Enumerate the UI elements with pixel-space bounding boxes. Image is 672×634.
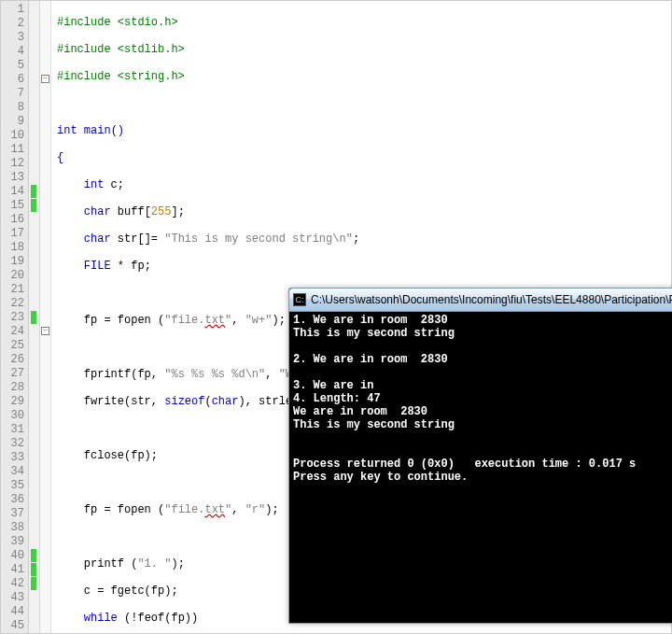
- line-number: 36: [1, 493, 24, 507]
- console-line: [293, 431, 672, 444]
- line-number: 45: [1, 619, 24, 633]
- line-number: 7: [1, 87, 24, 101]
- line-number: 16: [1, 213, 24, 227]
- line-number: 34: [1, 465, 24, 479]
- line-number: 19: [1, 255, 24, 269]
- line-number: 6: [1, 73, 24, 87]
- line-number: 22: [1, 297, 24, 311]
- fold-toggle[interactable]: −: [41, 327, 49, 335]
- line-number: 32: [1, 437, 24, 451]
- line-number: 18: [1, 241, 24, 255]
- line-number: 10: [1, 129, 24, 143]
- line-number: 30: [1, 409, 24, 423]
- line-number: 38: [1, 521, 24, 535]
- change-marker: [31, 563, 36, 576]
- line-number: 2: [1, 17, 24, 31]
- line-number: 44: [1, 605, 24, 619]
- line-number: 21: [1, 283, 24, 297]
- line-number: 8: [1, 101, 24, 115]
- line-number: 15: [1, 199, 24, 213]
- line-number: 4: [1, 45, 24, 59]
- fold-toggle[interactable]: −: [41, 75, 49, 83]
- line-number: 27: [1, 367, 24, 381]
- line-number: 1: [1, 3, 24, 17]
- line-number: 9: [1, 115, 24, 129]
- console-title: C:\Users\watsonh\Documents\Incoming\fiu\…: [311, 293, 672, 306]
- line-number: 3: [1, 31, 24, 45]
- change-marker: [31, 185, 36, 198]
- line-number: 35: [1, 479, 24, 493]
- console-line: This is my second string: [293, 418, 672, 431]
- line-number: 31: [1, 423, 24, 437]
- line-number: 29: [1, 395, 24, 409]
- line-number: 24: [1, 325, 24, 339]
- change-marker: [31, 577, 36, 590]
- console-window[interactable]: C: C:\Users\watsonh\Documents\Incoming\f…: [288, 288, 672, 624]
- change-marker: [31, 549, 36, 562]
- line-number: 5: [1, 59, 24, 73]
- console-line: [293, 340, 672, 353]
- line-number-gutter: 1234567891011121314151617181920212223242…: [1, 1, 29, 633]
- fold-column: −−: [40, 1, 51, 633]
- line-number: 12: [1, 157, 24, 171]
- console-icon: C:: [293, 293, 306, 306]
- console-line: Process returned 0 (0x0) execution time …: [293, 458, 672, 471]
- console-line: 4. Length: 47: [293, 392, 672, 405]
- console-line: 2. We are in room 2830: [293, 353, 672, 366]
- console-line: Press any key to continue.: [293, 471, 672, 484]
- line-number: 40: [1, 549, 24, 563]
- console-titlebar[interactable]: C: C:\Users\watsonh\Documents\Incoming\f…: [289, 289, 672, 312]
- console-line: [293, 444, 672, 458]
- line-number: 41: [1, 563, 24, 577]
- console-line: We are in room 2830: [293, 405, 672, 418]
- marker-column: [29, 1, 40, 633]
- line-number: 20: [1, 269, 24, 283]
- console-line: This is my second string: [293, 327, 672, 340]
- line-number: 37: [1, 507, 24, 521]
- console-line: 3. We are in: [293, 379, 672, 392]
- change-marker: [31, 311, 36, 324]
- change-marker: [31, 199, 36, 212]
- line-number: 25: [1, 339, 24, 353]
- line-number: 33: [1, 451, 24, 465]
- console-line: 1. We are in room 2830: [293, 314, 672, 327]
- line-number: 23: [1, 311, 24, 325]
- line-number: 43: [1, 591, 24, 605]
- console-line: [293, 366, 672, 379]
- line-number: 26: [1, 353, 24, 367]
- line-number: 39: [1, 535, 24, 549]
- line-number: 17: [1, 227, 24, 241]
- line-number: 14: [1, 185, 24, 199]
- console-output[interactable]: 1. We are in room 2830This is my second …: [289, 312, 672, 623]
- line-number: 13: [1, 171, 24, 185]
- line-number: 11: [1, 143, 24, 157]
- line-number: 42: [1, 577, 24, 591]
- line-number: 28: [1, 381, 24, 395]
